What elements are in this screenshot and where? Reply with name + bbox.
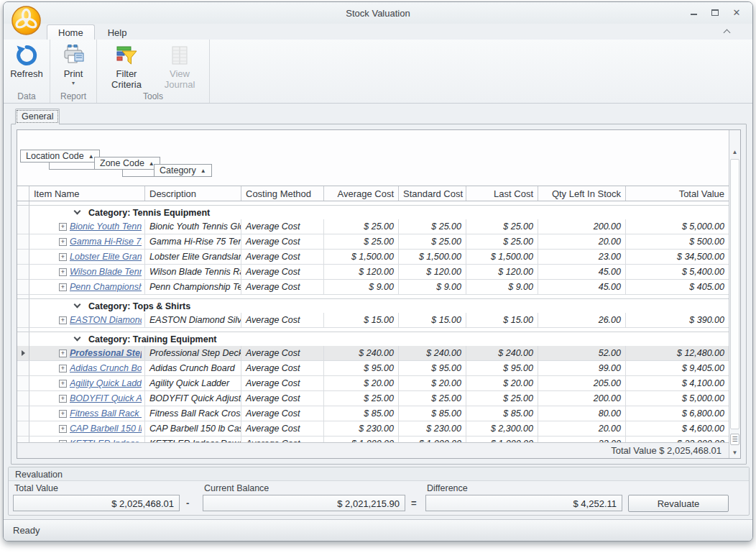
table-row[interactable]: +Gamma Hi-Rise 75 …Gamma Hi-Rise 75 Tenn… <box>17 234 729 250</box>
minimize-button[interactable] <box>688 7 699 17</box>
table-row[interactable]: +Agility Quick LadderAgility Quick Ladde… <box>17 376 729 391</box>
scroll-down-button[interactable]: ▼ <box>729 447 740 458</box>
column-header-last-cost[interactable]: Last Cost <box>466 186 538 201</box>
item-name-link[interactable]: CAP Barbell 150 lb C… <box>70 424 142 434</box>
expand-row-icon[interactable]: + <box>59 283 67 291</box>
app-logo-icon[interactable] <box>11 5 42 36</box>
difference-field[interactable]: $ 4,252.11 <box>425 495 622 511</box>
table-row[interactable]: +Adidas Crunch BoardAdidas Crunch BoardA… <box>17 361 729 376</box>
description-cell: Wilson Blade Tennis Rac… <box>145 265 241 280</box>
filter-criteria-icon <box>115 43 139 67</box>
scroll-up-button[interactable]: ▲ <box>729 146 740 157</box>
revaluate-button[interactable]: Revaluate <box>628 495 729 512</box>
item-name-link[interactable]: Bionic Youth Tennis … <box>70 221 142 232</box>
table-row[interactable]: +Wilson Blade Tennis…Wilson Blade Tennis… <box>17 265 729 280</box>
item-name-link[interactable]: Adidas Crunch Board <box>70 363 142 373</box>
expand-row-icon[interactable]: + <box>59 316 67 324</box>
expand-row-icon[interactable]: + <box>59 395 67 403</box>
table-row[interactable]: +Bionic Youth Tennis …Bionic Youth Tenni… <box>17 219 729 234</box>
qty-left-cell: 45.00 <box>538 265 626 280</box>
expand-row-icon[interactable]: + <box>59 238 67 246</box>
item-name-cell: +Adidas Crunch Board <box>29 361 145 376</box>
group-by-location-code[interactable]: Location Code▲ <box>20 150 100 163</box>
last-cost-cell: $ 1,500.00 <box>466 250 538 265</box>
table-row[interactable]: +Professional Step DeckProfessional Step… <box>17 346 729 361</box>
item-name-link[interactable]: Penn Championship … <box>70 282 142 292</box>
item-name-link[interactable]: Fitness Ball Rack cro… <box>70 408 142 419</box>
title-bar[interactable]: Stock Valuation ✕ <box>4 2 752 24</box>
description-cell: Lobster Elite Grandslam I… <box>145 250 241 265</box>
table-row[interactable]: +CAP Barbell 150 lb C…CAP Barbell 150 lb… <box>17 421 729 437</box>
table-row[interactable]: +EASTON Diamond S…EASTON Diamond Silver … <box>17 313 729 328</box>
item-name-link[interactable]: Professional Step Deck <box>70 348 142 358</box>
minimize-icon <box>691 13 697 15</box>
expand-row-icon[interactable]: + <box>59 253 67 261</box>
filter-criteria-button[interactable]: Filter Criteria <box>100 41 153 90</box>
collapse-chevron-icon[interactable] <box>74 208 81 215</box>
collapse-chevron-icon[interactable] <box>74 301 81 309</box>
refresh-button[interactable]: Refresh <box>6 41 47 79</box>
grid-footer: Total Value $ 2,025,468.01 <box>17 442 729 458</box>
table-row[interactable]: +Penn Championship …Penn Championship Te… <box>17 280 729 295</box>
expand-row-icon[interactable]: + <box>59 223 67 231</box>
average-cost-cell: $ 25.00 <box>324 391 399 406</box>
category-group-row[interactable]: Category: Tops & Shirts <box>17 298 729 313</box>
expand-row-icon[interactable]: + <box>59 268 67 276</box>
group-by-zone-code[interactable]: Zone Code▲ <box>94 157 160 170</box>
item-name-link[interactable]: Agility Quick Ladder <box>70 378 142 388</box>
item-name-link[interactable]: Gamma Hi-Rise 75 … <box>70 237 142 247</box>
column-header-description[interactable]: Description <box>145 186 241 201</box>
group-by-category[interactable]: Category▲ <box>154 164 212 177</box>
expand-row-icon[interactable]: + <box>59 380 67 388</box>
column-header-average-cost[interactable]: Average Cost <box>324 186 399 201</box>
scrollbar-thumb[interactable] <box>730 159 739 429</box>
close-button[interactable]: ✕ <box>731 7 742 17</box>
item-name-link[interactable]: Wilson Blade Tennis… <box>70 267 142 277</box>
qty-left-cell: 99.00 <box>538 361 626 376</box>
current-balance-field[interactable]: $ 2,021,215.90 <box>203 495 405 511</box>
last-cost-cell: $ 25.00 <box>466 391 538 406</box>
item-name-link[interactable]: EASTON Diamond S… <box>70 315 142 325</box>
description-cell: Bionic Youth Tennis Gloves <box>145 219 241 234</box>
group-by-panel[interactable]: Location Code▲Zone Code▲Category▲ <box>17 130 740 186</box>
ribbon-group-label: Report <box>53 90 93 103</box>
category-group-row[interactable]: Category: Training Equipment <box>17 332 729 346</box>
ribbon-tab-help[interactable]: Help <box>96 24 139 40</box>
print-label: Print <box>64 68 83 79</box>
item-name-link[interactable]: BODYFIT Quick Adj… <box>70 393 142 403</box>
column-header-item-name[interactable]: Item Name <box>29 186 145 201</box>
description-cell: BODYFIT Quick Adjust R… <box>145 391 241 406</box>
vertical-scrollbar[interactable]: ▲ ☰ ▼ <box>729 130 740 458</box>
minus-operator: - <box>186 498 189 508</box>
description-cell: Gamma Hi-Rise 75 Tenni… <box>145 234 241 250</box>
table-row[interactable]: +BODYFIT Quick Adj…BODYFIT Quick Adjust … <box>17 391 729 406</box>
restore-button[interactable] <box>709 7 721 17</box>
grid-rows: Category: Tennis Equipment+Bionic Youth … <box>17 201 729 447</box>
collapse-chevron-icon[interactable] <box>74 334 81 342</box>
expand-row-icon[interactable]: + <box>59 410 67 418</box>
scrollbar-menu-button[interactable]: ☰ <box>730 434 739 445</box>
ribbon-tab-home[interactable]: Home <box>47 24 95 40</box>
expand-row-icon[interactable]: + <box>59 365 67 373</box>
ribbon-body: RefreshDataPrint▾ReportFilter CriteriaVi… <box>4 40 752 104</box>
category-group-row[interactable]: Category: Tennis Equipment <box>17 205 729 219</box>
column-header-total-value[interactable]: Total Value <box>626 186 729 201</box>
standard-cost-cell: $ 240.00 <box>399 346 466 361</box>
total-value-cell: $ 6,800.00 <box>626 406 729 421</box>
print-button[interactable]: Print▾ <box>53 41 93 86</box>
column-header-standard-cost[interactable]: Standard Cost <box>399 186 466 201</box>
expand-row-icon[interactable]: + <box>59 349 67 357</box>
item-name-link[interactable]: Lobster Elite Grandsl… <box>70 252 142 262</box>
total-value-field[interactable]: $ 2,025,468.01 <box>13 495 180 511</box>
ribbon-collapse-button[interactable] <box>722 28 731 35</box>
column-header-costing-method[interactable]: Costing Method <box>241 186 324 201</box>
last-cost-cell: $ 240.00 <box>466 346 538 361</box>
column-header-qty-left-in-stock[interactable]: Qty Left In Stock <box>538 186 626 201</box>
qty-left-cell: 200.00 <box>538 219 626 234</box>
costing-method-cell: Average Cost <box>241 313 324 328</box>
tab-general[interactable]: General <box>15 109 60 124</box>
expand-row-icon[interactable]: + <box>59 425 67 433</box>
table-row[interactable]: +Lobster Elite Grandsl…Lobster Elite Gra… <box>17 250 729 265</box>
last-cost-cell: $ 20.00 <box>466 376 538 391</box>
table-row[interactable]: +Fitness Ball Rack cro…Fitness Ball Rack… <box>17 406 729 421</box>
